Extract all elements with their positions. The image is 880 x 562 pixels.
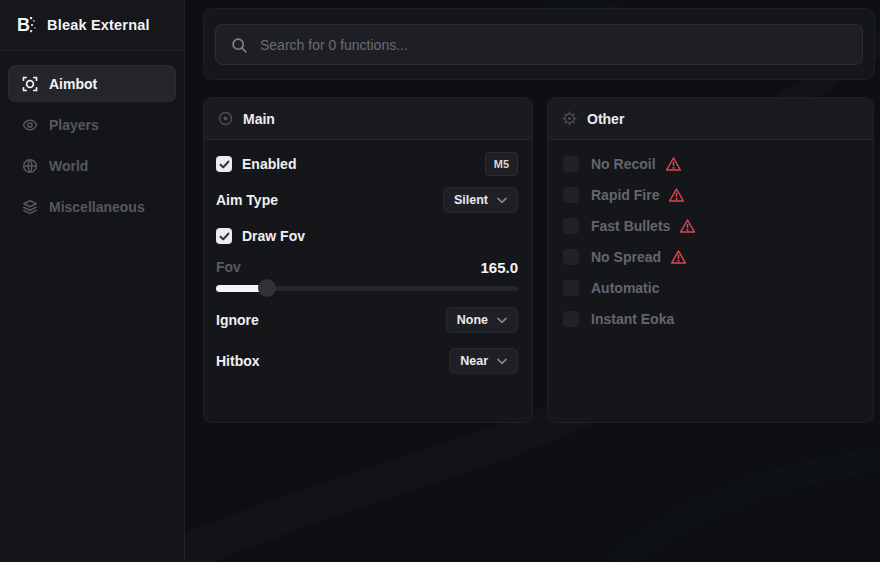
fov-slider[interactable] (216, 282, 518, 294)
toggle-checkbox[interactable] (563, 187, 579, 203)
warning-icon (668, 187, 685, 203)
layers-icon (22, 199, 38, 215)
sidebar-item-miscellaneous[interactable]: Miscellaneous (8, 188, 176, 225)
sidebar-item-aimbot[interactable]: Aimbot (8, 65, 176, 102)
fov-value-row: Fov 165.0 (216, 256, 518, 278)
slider-fill (216, 285, 267, 292)
main-panel-header: Main (204, 98, 532, 140)
search-input[interactable] (216, 25, 862, 64)
sidebar-header: B Bleak External (0, 0, 184, 51)
hitbox-label: Hitbox (216, 353, 260, 369)
aim-type-label: Aim Type (216, 192, 278, 208)
app-window: B Bleak External Aimbot (0, 0, 880, 562)
warning-icon (665, 156, 682, 172)
aim-type-value: Silent (454, 193, 488, 207)
toggle-label: No Recoil (591, 156, 656, 172)
sidebar-item-label: World (49, 158, 88, 174)
sidebar-nav: Aimbot Players World (0, 51, 184, 225)
toggle-label: No Spread (591, 249, 661, 265)
hitbox-dropdown[interactable]: Near (449, 348, 518, 374)
chevron-down-icon (497, 358, 507, 365)
gear-icon (562, 111, 577, 126)
toggle-checkbox[interactable] (563, 311, 579, 327)
toggle-checkbox[interactable] (563, 249, 579, 265)
search-icon (231, 37, 248, 54)
eye-icon (22, 117, 38, 133)
toggle-item: Instant Eoka (563, 307, 859, 331)
toggle-item: No Spread (563, 245, 859, 269)
toggle-checkbox[interactable] (563, 218, 579, 234)
other-panel-header: Other (548, 98, 873, 140)
chevron-down-icon (497, 317, 507, 324)
enabled-label: Enabled (242, 156, 296, 172)
warning-icon (670, 249, 687, 265)
sidebar: B Bleak External Aimbot (0, 0, 185, 562)
other-toggle-list: No Recoil Rapid Fire (563, 152, 859, 331)
ignore-row: Ignore None (216, 306, 518, 334)
slider-thumb[interactable] (258, 279, 276, 297)
search-container (203, 8, 875, 80)
fov-slider-row (216, 282, 518, 294)
panel-title: Other (587, 111, 624, 127)
search-box[interactable] (215, 24, 863, 65)
other-panel: Other No Recoil (547, 97, 874, 423)
sidebar-item-label: Aimbot (49, 76, 97, 92)
globe-icon (22, 158, 38, 174)
ignore-dropdown[interactable]: None (446, 307, 518, 333)
aim-type-dropdown[interactable]: Silent (443, 187, 518, 213)
warning-icon (679, 218, 696, 234)
hitbox-value: Near (460, 354, 488, 368)
chevron-down-icon (497, 197, 507, 204)
sidebar-item-label: Players (49, 117, 99, 133)
ignore-label: Ignore (216, 312, 259, 328)
content-area: Main Enabled M5 Aim Type Silent (186, 0, 880, 562)
sidebar-item-players[interactable]: Players (8, 106, 176, 143)
keybind-badge[interactable]: M5 (485, 152, 518, 176)
toggle-item: Fast Bullets (563, 214, 859, 238)
toggle-checkbox[interactable] (563, 156, 579, 172)
toggle-item: Rapid Fire (563, 183, 859, 207)
fov-label: Fov (216, 259, 241, 275)
ignore-value: None (457, 313, 488, 327)
toggle-item: Automatic (563, 276, 859, 300)
sidebar-item-label: Miscellaneous (49, 199, 145, 215)
app-title: Bleak External (47, 17, 150, 33)
enabled-checkbox[interactable] (216, 156, 232, 172)
svg-text:B: B (17, 15, 30, 35)
toggle-label: Instant Eoka (591, 311, 674, 327)
panel-title: Main (243, 111, 275, 127)
toggle-label: Rapid Fire (591, 187, 659, 203)
fov-value: 165.0 (480, 259, 518, 276)
check-icon (219, 159, 230, 170)
hitbox-row: Hitbox Near (216, 347, 518, 375)
draw-fov-label: Draw Fov (242, 228, 305, 244)
toggle-item: No Recoil (563, 152, 859, 176)
draw-fov-row: Draw Fov (216, 222, 518, 250)
check-icon (219, 231, 230, 242)
sidebar-item-world[interactable]: World (8, 147, 176, 184)
toggle-checkbox[interactable] (563, 280, 579, 296)
toggle-label: Fast Bullets (591, 218, 670, 234)
enabled-row: Enabled M5 (216, 150, 518, 178)
app-logo-icon: B (15, 14, 37, 36)
draw-fov-checkbox[interactable] (216, 228, 232, 244)
toggle-label: Automatic (591, 280, 659, 296)
aim-type-row: Aim Type Silent (216, 186, 518, 214)
main-panel: Main Enabled M5 Aim Type Silent (203, 97, 533, 423)
target-icon (218, 111, 233, 126)
crosshair-icon (22, 76, 38, 92)
